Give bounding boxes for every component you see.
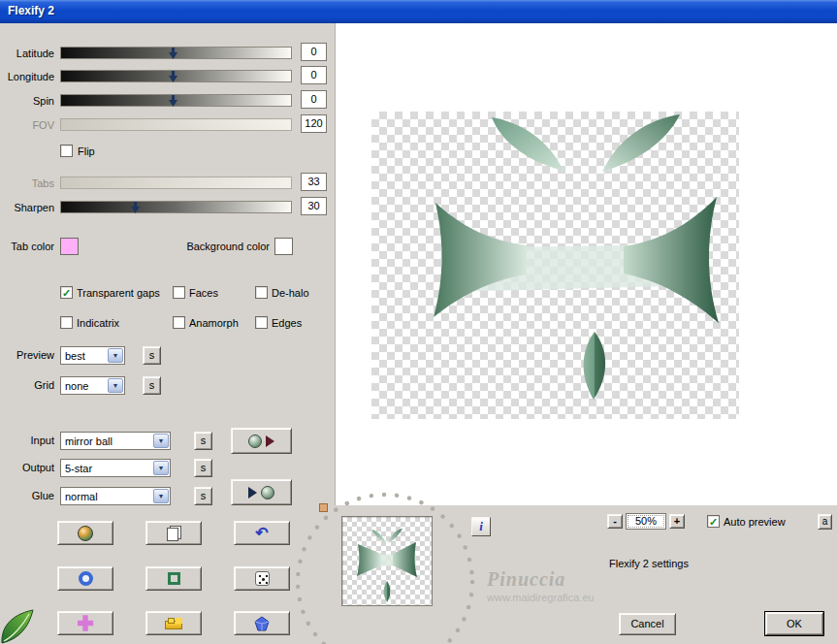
longitude-label: Longitude [0, 71, 54, 83]
cancel-button[interactable]: Cancel [619, 613, 676, 635]
longitude-value[interactable]: 0 [301, 66, 327, 84]
cross-icon [78, 615, 94, 631]
sharpen-value[interactable]: 30 [301, 197, 327, 215]
brick-icon [165, 621, 182, 629]
chevron-down-icon[interactable]: ▼ [108, 378, 123, 393]
glue-label: Glue [0, 490, 54, 502]
input-label: Input [0, 435, 54, 447]
play-icon [266, 435, 274, 447]
indicatrix-checkbox[interactable] [60, 316, 73, 329]
fov-label: FOV [0, 119, 54, 132]
play-icon [248, 487, 257, 499]
ring-icon [79, 571, 93, 586]
glue-select-value: normal [65, 490, 98, 503]
flexify-dialog: Flexify 2 Latitude 0 Longitude 0 Spin 0 … [0, 0, 837, 644]
window-titlebar[interactable]: Flexify 2 [0, 0, 837, 23]
watermark-url: www.maidiregrafica.eu [487, 592, 595, 603]
fov-row: FOV 120 [0, 117, 335, 139]
info-button[interactable]: i [471, 517, 491, 536]
watermark-name: Pinuccia [487, 568, 565, 591]
dehalo-checkbox[interactable] [255, 286, 268, 299]
grid-s-button[interactable]: s [143, 376, 161, 395]
preview-canvas[interactable] [371, 112, 739, 419]
transparent-gaps-checkbox[interactable]: ✓ [60, 286, 73, 299]
preview-s-button[interactable]: s [143, 346, 161, 365]
render-shapes [371, 112, 739, 419]
thumbnail-shapes [342, 517, 432, 605]
sharpen-slider-thumb[interactable] [131, 202, 140, 213]
input-select[interactable]: mirror ball ▼ [60, 432, 171, 450]
ring-button[interactable] [57, 566, 113, 591]
gem-icon [254, 616, 270, 631]
latitude-value[interactable]: 0 [301, 43, 327, 61]
options-row-2: Indicatrix Anamorph Edges [0, 315, 335, 337]
navigator-thumbnail[interactable] [341, 516, 433, 606]
edges-checkbox[interactable] [255, 316, 268, 329]
fov-slider [60, 118, 292, 131]
chevron-down-icon[interactable]: ▼ [153, 489, 169, 503]
faces-checkbox[interactable] [173, 286, 185, 299]
zoom-in-button[interactable]: + [669, 514, 685, 529]
ok-button[interactable]: OK [765, 612, 823, 635]
flip-label: Flip [78, 145, 95, 158]
glue-s-button[interactable]: s [194, 487, 212, 505]
latitude-row: Latitude 0 [0, 46, 335, 67]
tabs-label: Tabs [0, 177, 54, 190]
sharpen-slider[interactable] [60, 201, 292, 213]
leaf-icon [0, 609, 37, 644]
settings-text: Flexify 2 settings [609, 558, 689, 569]
random-dice-button[interactable] [234, 566, 290, 591]
undo-icon: ↶ [255, 526, 268, 541]
output-select-value: 5-star [65, 462, 92, 475]
copy-button[interactable] [145, 521, 202, 545]
chevron-down-icon[interactable]: ▼ [108, 348, 123, 363]
grid-select-value: none [65, 379, 88, 393]
longitude-slider[interactable] [60, 70, 292, 82]
output-label: Output [0, 462, 54, 474]
chevron-down-icon[interactable]: ▼ [153, 434, 169, 448]
undo-button[interactable]: ↶ [234, 521, 290, 545]
latitude-slider[interactable] [60, 47, 292, 59]
background-color-swatch[interactable] [274, 238, 293, 255]
longitude-row: Longitude 0 [0, 69, 335, 90]
anamorph-checkbox[interactable] [173, 316, 185, 329]
spin-label: Spin [0, 95, 54, 108]
chevron-down-icon[interactable]: ▼ [153, 461, 169, 475]
preview-select[interactable]: best ▼ [60, 346, 125, 365]
auto-preview-checkbox[interactable]: ✓ [707, 515, 720, 528]
globe-button[interactable] [57, 521, 113, 545]
gem-button[interactable] [234, 611, 290, 635]
check-icon: ✓ [62, 287, 71, 299]
input-render-button[interactable] [231, 428, 292, 454]
indicatrix-label: Indicatrix [77, 317, 119, 330]
grid-select[interactable]: none ▼ [60, 376, 125, 395]
transparent-gaps-label: Transparent gaps [77, 287, 160, 300]
output-s-button[interactable]: s [194, 459, 212, 477]
output-row: Output 5-star ▼ s [0, 459, 335, 480]
auto-preview-side-button[interactable]: a [818, 514, 832, 530]
square-button[interactable] [145, 566, 202, 591]
flaming-pear-logo[interactable] [0, 609, 37, 644]
window-title: Flexify 2 [8, 4, 54, 17]
latitude-label: Latitude [0, 48, 54, 60]
latitude-slider-thumb[interactable] [169, 48, 177, 59]
auto-preview-label: Auto preview [724, 516, 786, 529]
tab-color-swatch[interactable] [60, 238, 79, 255]
tabs-value[interactable]: 33 [301, 173, 327, 191]
sharpen-label: Sharpen [0, 202, 54, 214]
spin-value[interactable]: 0 [301, 90, 327, 109]
input-s-button[interactable]: s [194, 432, 212, 450]
brick-button[interactable] [145, 611, 202, 635]
edges-label: Edges [272, 317, 302, 330]
cross-button[interactable] [57, 611, 113, 635]
fov-value[interactable]: 120 [301, 114, 327, 133]
spin-slider[interactable] [60, 94, 292, 107]
glue-select[interactable]: normal ▼ [60, 487, 171, 505]
longitude-slider-thumb[interactable] [169, 71, 177, 82]
sphere-play-icon [248, 435, 262, 448]
zoom-out-button[interactable]: - [607, 514, 623, 529]
output-select[interactable]: 5-star ▼ [60, 459, 171, 477]
spin-slider-thumb[interactable] [169, 95, 177, 107]
tab-color-label: Tab color [0, 241, 54, 253]
flip-checkbox[interactable] [60, 145, 73, 157]
